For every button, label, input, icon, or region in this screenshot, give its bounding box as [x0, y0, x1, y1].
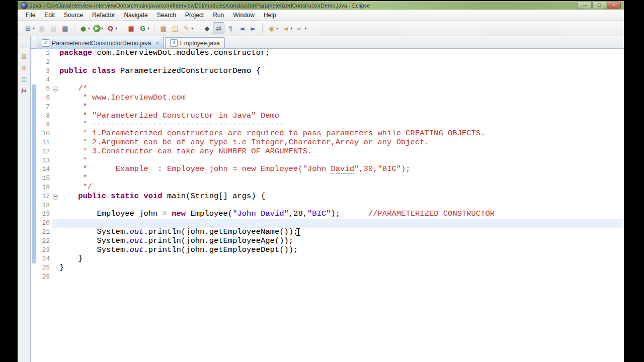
code-text[interactable]: * — [59, 103, 624, 112]
new-wizard-button[interactable]: ⊞▾ — [22, 22, 36, 34]
code-text[interactable]: * 1.Parameterized constructors are requi… — [59, 129, 624, 138]
code-text[interactable]: */ — [59, 183, 624, 192]
fold-column[interactable] — [52, 228, 59, 237]
fold-column[interactable] — [52, 192, 59, 201]
fold-column[interactable] — [52, 94, 59, 103]
fold-column[interactable] — [52, 263, 59, 273]
gutter-annotation-column[interactable] — [31, 147, 37, 156]
code-text[interactable]: * --------------------------------------… — [59, 120, 624, 129]
code-text[interactable]: public static void main(String[] args) { — [59, 192, 624, 201]
gutter-annotation-column[interactable] — [31, 94, 37, 103]
fold-column[interactable] — [52, 210, 59, 219]
tab-parameterizedconstructordemo-java[interactable]: JParameterizedConstructorDemo.java× — [37, 37, 164, 49]
code-text[interactable] — [59, 75, 624, 84]
maximize-button[interactable]: ▢ — [592, 2, 606, 9]
code-text[interactable]: } — [59, 254, 624, 263]
gutter-annotation-column[interactable] — [31, 103, 37, 112]
gutter-annotation-column[interactable] — [31, 84, 37, 94]
code-text[interactable]: * 3.Constructor can take any NUMBER OF A… — [59, 147, 624, 156]
fold-column[interactable] — [52, 183, 59, 192]
previous-annotation-button[interactable]: ◄ — [236, 22, 248, 34]
code-text[interactable] — [59, 58, 624, 67]
fold-column[interactable] — [52, 67, 59, 76]
gutter-annotation-column[interactable] — [31, 49, 37, 58]
code-text[interactable] — [59, 273, 624, 282]
code-text[interactable]: public class ParameterizedConstructorDem… — [59, 67, 624, 76]
fold-column[interactable] — [52, 254, 59, 263]
link-with-editor-button[interactable]: ⇄ — [213, 22, 224, 34]
code-editor[interactable]: 1package com.InterviewDot.modules.constr… — [31, 49, 624, 362]
code-text[interactable] — [59, 201, 624, 210]
code-text[interactable]: * — [59, 156, 624, 165]
menu-project[interactable]: Project — [181, 11, 208, 20]
code-text[interactable]: * "Parameterized Constructor in Java" De… — [59, 112, 624, 121]
fold-column[interactable] — [52, 147, 59, 156]
menu-refactor[interactable]: Refactor — [88, 11, 119, 20]
dropdown-caret-icon[interactable]: ▾ — [88, 26, 90, 31]
debug-button[interactable]: ●▾ — [77, 22, 92, 34]
fold-column[interactable] — [52, 273, 59, 282]
print-button[interactable]: ▤ — [59, 22, 71, 34]
code-text[interactable]: * Example : Employee john = new Employee… — [59, 165, 624, 174]
gutter-annotation-column[interactable] — [31, 210, 37, 219]
fold-marker-icon[interactable] — [53, 194, 58, 200]
fold-column[interactable] — [52, 120, 59, 129]
gutter-annotation-column[interactable] — [31, 192, 37, 201]
gutter-annotation-column[interactable] — [31, 228, 37, 237]
gutter-annotation-column[interactable] — [31, 67, 37, 76]
save-all-button[interactable]: ▩ — [48, 22, 59, 34]
fold-column[interactable] — [52, 129, 59, 138]
fold-column[interactable] — [52, 49, 59, 58]
fold-column[interactable] — [52, 156, 59, 165]
menu-source[interactable]: Source — [60, 11, 87, 20]
external-tools-button[interactable]: Q▾ — [105, 22, 119, 34]
menu-help[interactable]: Help — [260, 11, 280, 20]
fold-column[interactable] — [52, 219, 59, 228]
menu-edit[interactable]: Edit — [40, 11, 59, 20]
back-button[interactable]: ◄▾ — [280, 22, 294, 34]
gutter-annotation-column[interactable] — [31, 75, 37, 84]
menu-run[interactable]: Run — [209, 11, 228, 20]
gutter-annotation-column[interactable] — [31, 138, 37, 147]
fold-column[interactable] — [52, 112, 59, 121]
open-type-button[interactable]: G▾ — [137, 22, 151, 34]
run-button[interactable]: ▶▾ — [92, 22, 105, 34]
next-annotation-button[interactable]: ► — [248, 22, 259, 34]
menu-navigate[interactable]: Navigate — [120, 11, 151, 20]
gutter-annotation-column[interactable] — [31, 246, 37, 255]
fold-column[interactable] — [52, 58, 59, 67]
code-text[interactable]: Employee john = new Employee("John David… — [59, 210, 624, 219]
last-edit-location-button[interactable]: ◉▾ — [266, 22, 280, 34]
gutter-annotation-column[interactable] — [31, 254, 37, 263]
dropdown-caret-icon[interactable]: ▾ — [191, 26, 193, 31]
dropdown-caret-icon[interactable]: ▾ — [304, 26, 306, 31]
new-task-button[interactable]: ✎▾ — [181, 22, 195, 34]
code-text[interactable] — [59, 219, 624, 228]
code-text[interactable]: } — [59, 263, 624, 273]
type-hierarchy-icon[interactable]: ▥ — [20, 63, 28, 71]
gutter-annotation-column[interactable] — [31, 156, 37, 165]
tab-employee-java[interactable]: JEmployee.java — [165, 37, 225, 48]
code-text[interactable]: package com.InterviewDot.modules.constru… — [59, 49, 624, 58]
navigator-icon[interactable]: ◫ — [20, 75, 28, 83]
gutter-annotation-column[interactable] — [31, 273, 37, 282]
code-text[interactable]: * www.InterviewDot.com — [59, 94, 624, 103]
fold-column[interactable] — [52, 246, 59, 255]
close-button[interactable]: × — [607, 2, 621, 9]
gutter-annotation-column[interactable] — [31, 58, 37, 67]
gutter-annotation-column[interactable] — [31, 165, 37, 174]
fold-column[interactable] — [52, 237, 59, 246]
gutter-annotation-column[interactable] — [31, 237, 37, 246]
dropdown-caret-icon[interactable]: ▾ — [147, 26, 149, 31]
junit-icon[interactable]: Ju — [20, 86, 28, 95]
gutter-annotation-column[interactable] — [31, 129, 37, 138]
forward-button[interactable]: ►▾ — [294, 22, 308, 34]
new-java-class-button[interactable]: ◫ — [169, 22, 181, 34]
code-text[interactable]: System.out.println(john.getEmployeeName(… — [59, 228, 624, 237]
new-java-package-button[interactable]: ▩ — [157, 22, 169, 34]
menu-search[interactable]: Search — [153, 11, 180, 20]
fold-column[interactable] — [52, 138, 59, 147]
dropdown-caret-icon[interactable]: ▾ — [276, 26, 278, 31]
gutter-annotation-column[interactable] — [31, 263, 37, 273]
dropdown-caret-icon[interactable]: ▾ — [33, 26, 35, 31]
